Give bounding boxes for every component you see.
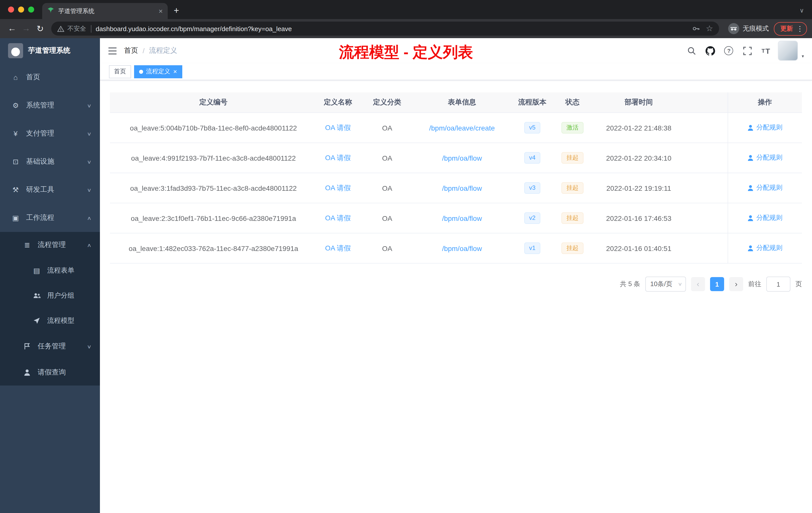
column-header-version: 流程版本	[509, 92, 556, 113]
chevron-down-icon: ∨	[678, 281, 683, 286]
column-header-category: 定义分类	[359, 92, 415, 113]
cell-filler	[689, 203, 728, 233]
window-zoom-button[interactable]	[28, 6, 34, 12]
breadcrumb-separator: /	[143, 47, 145, 55]
definition-name-link[interactable]: OA 请假	[325, 244, 351, 252]
status-badge: 激活	[561, 122, 583, 133]
page-unit-label: 页	[795, 280, 802, 289]
tools-icon: ⚒	[11, 186, 20, 194]
status-badge: 挂起	[561, 242, 583, 254]
sidebar-item-leave-query[interactable]: 请假查询	[0, 359, 100, 386]
column-header-name: 定义名称	[317, 92, 359, 113]
browser-menu-icon[interactable]: ⋮	[796, 25, 804, 33]
github-icon[interactable]	[704, 44, 717, 57]
navbar-actions: ? TT ▾	[685, 41, 804, 61]
sidebar-item-payment-management[interactable]: ¥ 支付管理 ∨	[0, 119, 100, 148]
window-minimize-button[interactable]	[18, 6, 24, 12]
breadcrumb-current: 流程定义	[149, 46, 177, 55]
tag-process-definition[interactable]: 流程定义 ×	[134, 65, 182, 78]
assign-rule-button[interactable]: 分配规则	[748, 123, 783, 132]
page-size-select[interactable]: 10条/页 ∨	[645, 277, 686, 292]
collapse-sidebar-icon[interactable]	[108, 47, 117, 55]
cell-filler	[689, 173, 728, 203]
main-area: 首页 / 流程定义 ? TT ▾	[100, 38, 812, 513]
address-bar[interactable]: 不安全 dashboard.yudao.iocoder.cn/bpm/manag…	[51, 22, 719, 36]
definition-name-link[interactable]: OA 请假	[325, 183, 351, 191]
table-row: oa_leave:1:482ec033-762a-11ec-8477-a2380…	[110, 233, 802, 263]
fullscreen-icon[interactable]	[741, 44, 754, 57]
sidebar-item-dev-tools[interactable]: ⚒ 研发工具 ∨	[0, 176, 100, 204]
sidebar-item-workflow[interactable]: ▣ 工作流程 ∧	[0, 204, 100, 232]
search-icon[interactable]	[685, 44, 698, 57]
cell-deploy-time: 2022-01-16 01:40:51	[589, 233, 689, 263]
sidebar-menu: ⌂ 首页 ⚙ 系统管理 ∨ ¥ 支付管理 ∨ ⊡ 基础设施 ∨	[0, 63, 100, 386]
form-icon: ▤	[32, 267, 41, 275]
question-mark-icon: ?	[724, 46, 733, 55]
cell-filler	[689, 233, 728, 263]
form-link[interactable]: /bpm/oa/flow	[442, 184, 482, 192]
form-link[interactable]: /bpm/oa/leave/create	[429, 124, 495, 132]
cell-deploy-time: 2022-01-22 21:48:38	[589, 113, 689, 143]
chevron-down-icon: ∨	[87, 187, 91, 192]
chevron-down-icon: ∨	[87, 343, 91, 349]
sidebar-item-process-model[interactable]: 流程模型	[0, 308, 100, 333]
password-key-icon[interactable]	[692, 25, 700, 33]
reload-button[interactable]: ↻	[33, 22, 47, 36]
page-content: 定义编号 定义名称 定义分类 表单信息 流程版本 状态 部署时间 操作	[100, 80, 812, 513]
help-icon[interactable]: ?	[722, 44, 735, 57]
browser-tab-strip: 芋道管理系统 × + ∨	[0, 0, 812, 19]
sidebar-item-system-management[interactable]: ⚙ 系统管理 ∨	[0, 91, 100, 119]
not-secure-warning-icon	[57, 25, 64, 32]
pagination-total: 共 5 条	[620, 280, 640, 289]
sidebar-item-user-group[interactable]: 用户分组	[0, 283, 100, 308]
assign-rule-button[interactable]: 分配规则	[748, 183, 783, 192]
form-link[interactable]: /bpm/oa/flow	[442, 244, 482, 252]
sidebar-item-home[interactable]: ⌂ 首页	[0, 63, 100, 91]
table-header-row: 定义编号 定义名称 定义分类 表单信息 流程版本 状态 部署时间 操作	[110, 92, 802, 113]
tab-search-chevron-icon[interactable]: ∨	[800, 7, 804, 14]
sidebar-item-infrastructure[interactable]: ⊡ 基础设施 ∨	[0, 148, 100, 176]
cell-deploy-time: 2022-01-16 17:46:53	[589, 203, 689, 233]
prev-page-button[interactable]: ‹	[691, 277, 705, 291]
cell-deploy-time: 2022-01-22 20:34:10	[589, 143, 689, 173]
sidebar: 芋道管理系统 ⌂ 首页 ⚙ 系统管理 ∨ ¥ 支付管理 ∨ ⊡	[0, 38, 100, 513]
tab-close-icon[interactable]: ×	[159, 7, 163, 15]
version-tag: v2	[524, 212, 540, 224]
next-page-button[interactable]: ›	[729, 277, 743, 291]
avatar-caret-icon[interactable]: ▾	[802, 54, 804, 59]
window-close-button[interactable]	[8, 6, 14, 12]
sidebar-item-process-form[interactable]: ▤ 流程表单	[0, 258, 100, 283]
gear-icon: ⚙	[11, 101, 20, 110]
assign-rule-button[interactable]: 分配规则	[748, 244, 783, 253]
new-tab-button[interactable]: +	[174, 5, 179, 16]
update-button[interactable]: 更新 ⋮	[774, 22, 807, 35]
assign-rule-button[interactable]: 分配规则	[748, 214, 783, 222]
column-header-form: 表单信息	[415, 92, 509, 113]
bookmark-star-icon[interactable]: ☆	[706, 25, 713, 33]
table-row: oa_leave:3:1fad3d93-7b75-11ec-a3c8-acde4…	[110, 173, 802, 203]
sidebar-item-task-management[interactable]: 任务管理 ∨	[0, 333, 100, 359]
tag-home[interactable]: 首页	[109, 65, 131, 78]
user-avatar[interactable]	[778, 41, 798, 61]
sidebar-item-process-management[interactable]: ≣ 流程管理 ∧	[0, 232, 100, 258]
form-link[interactable]: /bpm/oa/flow	[442, 214, 482, 222]
form-link[interactable]: /bpm/oa/flow	[442, 154, 482, 162]
forward-button[interactable]: →	[19, 22, 33, 36]
person-icon	[748, 155, 754, 161]
definition-name-link[interactable]: OA 请假	[325, 214, 351, 221]
task-flag-icon	[23, 343, 32, 350]
font-size-icon[interactable]: TT	[759, 44, 773, 57]
tag-close-icon[interactable]: ×	[173, 68, 177, 75]
status-badge: 挂起	[561, 182, 583, 194]
back-button[interactable]: ←	[5, 22, 19, 36]
home-icon: ⌂	[11, 73, 20, 81]
app-logo: 芋道管理系统	[0, 38, 100, 63]
goto-page-input[interactable]	[766, 277, 790, 292]
definition-name-link[interactable]: OA 请假	[325, 153, 351, 161]
definition-name-link[interactable]: OA 请假	[325, 123, 351, 131]
page-number-button[interactable]: 1	[710, 277, 724, 291]
browser-tab[interactable]: 芋道管理系统 ×	[42, 3, 168, 19]
assign-rule-button[interactable]: 分配规则	[748, 153, 783, 162]
breadcrumb-home[interactable]: 首页	[124, 46, 138, 55]
person-icon	[748, 185, 754, 191]
